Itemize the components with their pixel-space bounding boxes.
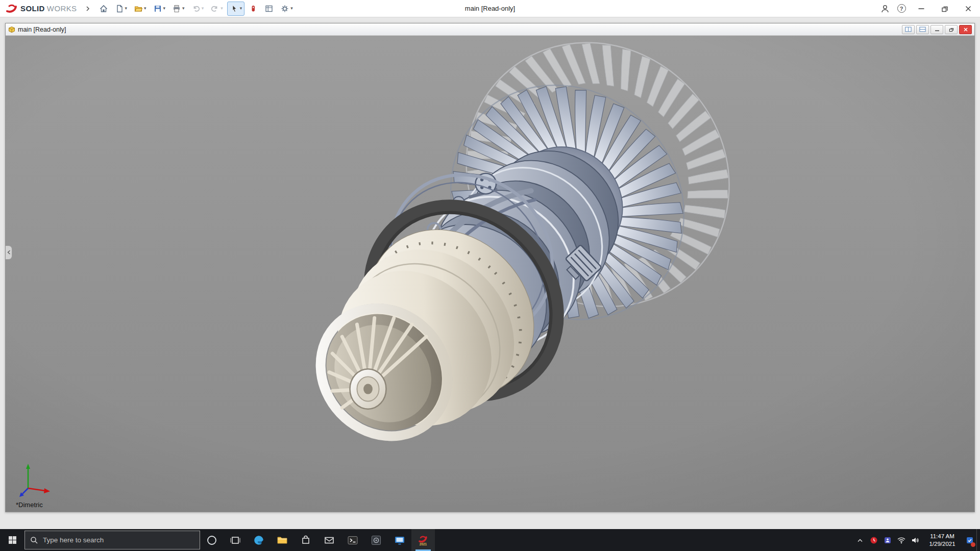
mail-button[interactable]	[317, 529, 341, 551]
terminal-button[interactable]	[341, 529, 364, 551]
redo-button[interactable]: ▾	[208, 2, 226, 16]
chevron-down-icon: ▾	[290, 6, 293, 11]
redo-icon	[210, 4, 219, 13]
panel-collapse-tab[interactable]	[6, 245, 12, 260]
evaluate-table-icon	[264, 4, 274, 13]
document-close-button[interactable]	[959, 25, 972, 34]
tile-vertical-icon	[904, 26, 912, 33]
network-button[interactable]	[894, 529, 908, 551]
show-desktop-button[interactable]	[976, 529, 980, 551]
teams-icon	[884, 536, 892, 544]
orientation-triad	[13, 460, 56, 498]
select-cursor-icon	[230, 4, 239, 13]
start-button[interactable]	[0, 529, 24, 551]
app-dark-button[interactable]	[364, 529, 388, 551]
save-button[interactable]: ▾	[151, 2, 168, 16]
restore-icon	[940, 4, 949, 13]
tile-vertical-button[interactable]	[902, 25, 915, 34]
new-document-icon	[115, 4, 124, 13]
close-icon	[963, 27, 969, 33]
chevron-down-icon: ▾	[144, 6, 146, 11]
teams-button[interactable]	[880, 529, 894, 551]
toolbar-expander-button[interactable]	[85, 6, 90, 12]
document-window: main [Read-only]	[5, 23, 975, 512]
document-restore-button[interactable]	[945, 25, 958, 34]
document-title: main [Read-only]	[18, 26, 66, 33]
taskbar-search-box[interactable]	[24, 531, 200, 549]
tile-horizontal-button[interactable]	[916, 25, 929, 34]
home-icon	[99, 4, 108, 13]
mail-icon	[323, 534, 335, 546]
open-button[interactable]: ▾	[131, 2, 149, 16]
help-button[interactable]: ?	[893, 0, 910, 17]
close-icon	[964, 4, 973, 13]
mouse-gestures-icon	[249, 4, 258, 13]
search-input[interactable]	[43, 536, 194, 544]
x-axis-arrow	[44, 488, 50, 493]
document-minimize-button[interactable]	[930, 25, 943, 34]
cortana-button[interactable]	[200, 529, 224, 551]
solidworks-logo: SOLIDWORKS	[5, 3, 77, 14]
document-window-controls	[902, 25, 972, 34]
notifications-button[interactable]	[963, 529, 976, 551]
windows-taskbar: 2021	[0, 529, 980, 551]
minimize-icon	[934, 27, 940, 33]
titlebar-controls: ?	[877, 0, 980, 17]
terminal-icon	[347, 534, 359, 546]
chevron-down-icon: ▾	[182, 6, 185, 11]
select-button[interactable]: ▾	[227, 2, 245, 16]
display-app-button[interactable]	[388, 529, 411, 551]
evaluate-button[interactable]	[262, 2, 276, 16]
home-button[interactable]	[96, 2, 111, 16]
undo-icon	[191, 4, 201, 13]
ds-logo-icon	[5, 3, 18, 14]
clock-time: 11:47 AM	[923, 533, 961, 540]
volume-button[interactable]	[908, 529, 922, 551]
save-icon	[153, 4, 162, 13]
task-view-button[interactable]	[224, 529, 247, 551]
assembly-document-icon	[8, 26, 15, 33]
account-button[interactable]	[877, 0, 893, 17]
options-button[interactable]: ▾	[278, 2, 296, 16]
minimize-button[interactable]	[910, 0, 933, 17]
viewport-vignette	[6, 36, 974, 512]
edge-button[interactable]	[247, 529, 271, 551]
taskbar-clock[interactable]: 11:47 AM 1/29/2021	[922, 533, 963, 548]
chevron-left-icon	[7, 250, 11, 255]
solidworks-app-icon: 2021	[418, 534, 429, 546]
close-button[interactable]	[957, 0, 980, 17]
restore-icon	[948, 27, 954, 33]
restore-button[interactable]	[933, 0, 957, 17]
graphics-viewport: *Dimetric	[6, 36, 974, 512]
chevron-down-icon: ▾	[220, 6, 223, 11]
open-folder-icon	[134, 4, 143, 13]
file-explorer-button[interactable]	[271, 529, 294, 551]
viewport-canvas[interactable]	[6, 36, 974, 512]
print-icon	[172, 4, 181, 13]
volume-icon	[911, 536, 920, 545]
file-explorer-icon	[276, 534, 288, 546]
store-button[interactable]	[294, 529, 317, 551]
system-tray: 11:47 AM 1/29/2021	[853, 529, 980, 551]
resource-monitor-icon	[870, 536, 878, 544]
new-document-button[interactable]: ▾	[112, 2, 130, 16]
document-titlebar[interactable]: main [Read-only]	[6, 23, 974, 36]
windows-logo-icon	[8, 536, 17, 544]
tile-horizontal-icon	[919, 26, 926, 33]
mouse-gestures-button[interactable]	[246, 2, 260, 16]
help-icon: ?	[897, 4, 906, 13]
search-icon	[30, 536, 38, 544]
wifi-icon	[897, 536, 906, 545]
solidworks-app-button[interactable]: 2021	[411, 529, 435, 551]
tray-expand-button[interactable]	[853, 529, 867, 551]
screen: SOLIDWORKS ▾	[0, 0, 980, 551]
app-dark-icon	[370, 534, 382, 546]
view-orientation-label: *Dimetric	[16, 501, 43, 509]
undo-button[interactable]: ▾	[189, 2, 207, 16]
chevron-down-icon: ▾	[163, 6, 166, 11]
print-button[interactable]: ▾	[169, 2, 187, 16]
solidworks-resource-monitor-button[interactable]	[867, 529, 880, 551]
task-view-icon	[229, 534, 241, 546]
main-toolbar: ▾ ▾ ▾	[96, 2, 296, 16]
chevron-down-icon: ▾	[125, 6, 128, 11]
